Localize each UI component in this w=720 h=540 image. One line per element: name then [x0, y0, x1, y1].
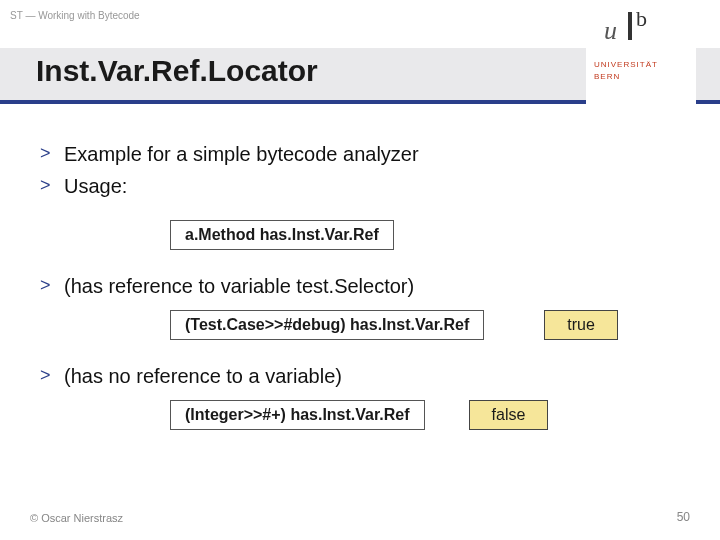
bullet-text: (has reference to variable test.Selector… — [64, 272, 414, 300]
code-result-row: (Integer>>#+) has.Inst.Var.Ref false — [170, 400, 680, 430]
university-logo: u b UNIVERSITÄT BERN — [586, 0, 696, 110]
logo-letter-b: b — [636, 6, 647, 32]
bullet-text: Example for a simple bytecode analyzer — [64, 140, 419, 168]
bullet-icon: > — [40, 140, 64, 166]
code-result-row: (Test.Case>>#debug) has.Inst.Var.Ref tru… — [170, 310, 680, 340]
footer-copyright: © Oscar Nierstrasz — [30, 512, 123, 524]
bullet-row: > (has reference to variable test.Select… — [40, 272, 680, 300]
bullet-row: > (has no reference to a variable) — [40, 362, 680, 390]
result-box-true: true — [544, 310, 618, 340]
bullet-icon: > — [40, 272, 64, 298]
slide-header: ST — Working with Bytecode Inst.Var.Ref.… — [0, 0, 720, 110]
code-snippet-row: a.Method has.Inst.Var.Ref — [170, 220, 394, 250]
bullet-icon: > — [40, 362, 64, 388]
result-box-false: false — [469, 400, 549, 430]
bullet-row: > Usage: — [40, 172, 680, 200]
logo-bar — [628, 12, 632, 40]
code-box: a.Method has.Inst.Var.Ref — [170, 220, 394, 250]
code-box: (Integer>>#+) has.Inst.Var.Ref — [170, 400, 425, 430]
slide-title: Inst.Var.Ref.Locator — [36, 54, 318, 88]
header-breadcrumb: ST — Working with Bytecode — [10, 10, 140, 21]
code-box: (Test.Case>>#debug) has.Inst.Var.Ref — [170, 310, 484, 340]
logo-text-bern: BERN — [594, 72, 620, 81]
bullet-row: > Example for a simple bytecode analyzer — [40, 140, 680, 168]
logo-text-university: UNIVERSITÄT — [594, 60, 658, 69]
slide-content: > Example for a simple bytecode analyzer… — [0, 110, 720, 430]
footer-page-number: 50 — [677, 510, 690, 524]
bullet-text: Usage: — [64, 172, 127, 200]
bullet-text: (has no reference to a variable) — [64, 362, 342, 390]
bullet-icon: > — [40, 172, 64, 198]
logo-letter-u: u — [604, 16, 617, 46]
